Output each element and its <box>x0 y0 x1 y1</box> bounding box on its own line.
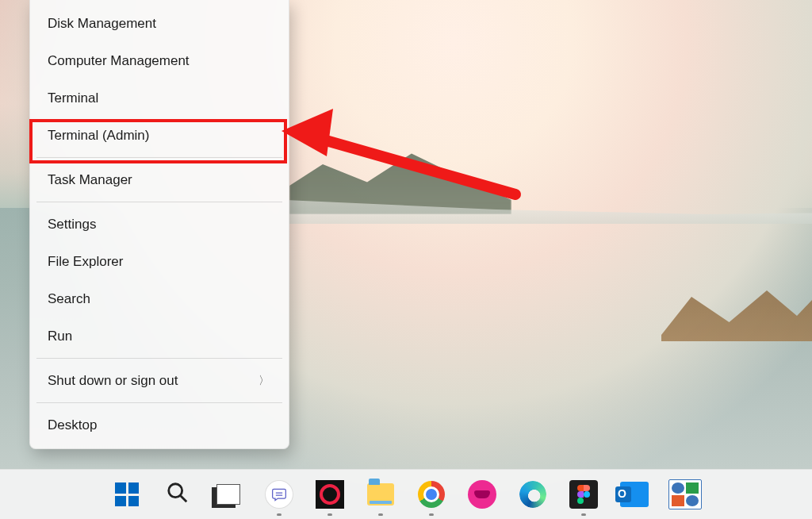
outlook-app[interactable] <box>618 478 651 511</box>
control-panel-app[interactable] <box>668 478 702 511</box>
menu-item-disk-management[interactable]: Disk Management <box>30 5 289 42</box>
chevron-right-icon: 〉 <box>259 374 270 388</box>
taskbar <box>0 469 812 519</box>
menu-item-label: Computer Management <box>48 53 190 69</box>
menu-item-label: Task Manager <box>48 172 132 188</box>
media-app[interactable] <box>465 478 499 511</box>
screen-recorder-icon <box>316 480 344 509</box>
running-indicator <box>277 513 282 516</box>
chat-app[interactable] <box>262 478 296 511</box>
running-indicator <box>429 513 434 516</box>
figma-app[interactable] <box>567 478 600 511</box>
menu-item-label: Search <box>48 291 90 307</box>
file-explorer-app[interactable] <box>364 478 397 511</box>
menu-item-terminal[interactable]: Terminal <box>30 79 289 117</box>
wallpaper-grass <box>661 278 812 341</box>
search-button[interactable] <box>161 478 194 511</box>
edge-app[interactable] <box>516 478 550 511</box>
menu-item-shut-down-or-sign-out[interactable]: Shut down or sign out〉 <box>30 362 289 399</box>
menu-item-label: Disk Management <box>48 16 156 32</box>
menu-item-label: Desktop <box>48 417 97 433</box>
menu-item-run[interactable]: Run <box>30 317 289 355</box>
menu-item-label: Settings <box>48 217 96 233</box>
menu-separator <box>36 157 282 158</box>
file-explorer-icon <box>367 483 394 506</box>
menu-item-task-manager[interactable]: Task Manager <box>30 161 289 198</box>
start-button[interactable] <box>110 478 144 511</box>
figma-icon <box>569 480 598 509</box>
menu-item-file-explorer[interactable]: File Explorer <box>30 243 289 280</box>
running-indicator <box>581 513 586 516</box>
running-indicator <box>378 513 383 516</box>
menu-item-label: Terminal <box>48 90 98 106</box>
menu-item-desktop[interactable]: Desktop <box>30 406 289 444</box>
task-view-icon <box>216 484 240 505</box>
svg-point-2 <box>169 484 182 498</box>
menu-item-terminal-admin[interactable]: Terminal (Admin) <box>30 117 289 154</box>
task-view-button[interactable] <box>212 478 245 511</box>
edge-icon <box>519 481 546 508</box>
menu-item-label: Shut down or sign out <box>48 373 178 389</box>
winx-context-menu: Disk ManagementComputer ManagementTermin… <box>29 0 289 449</box>
media-icon <box>468 480 496 509</box>
start-icon <box>115 482 139 506</box>
menu-item-label: Run <box>48 329 72 344</box>
search-icon <box>166 481 190 508</box>
screen-recorder-app[interactable] <box>313 478 347 511</box>
menu-item-search[interactable]: Search <box>30 280 289 317</box>
chrome-app[interactable] <box>415 478 448 511</box>
chrome-icon <box>418 481 445 508</box>
menu-item-label: File Explorer <box>48 254 123 270</box>
wallpaper-shore <box>285 200 812 224</box>
menu-item-computer-management[interactable]: Computer Management <box>30 42 289 79</box>
menu-item-settings[interactable]: Settings <box>30 206 289 243</box>
outlook-icon <box>620 482 649 507</box>
control-panel-icon <box>668 479 702 509</box>
menu-separator <box>36 402 282 403</box>
running-indicator <box>327 513 332 516</box>
svg-line-3 <box>181 496 187 502</box>
menu-separator <box>36 202 282 202</box>
menu-item-label: Terminal (Admin) <box>48 128 149 144</box>
menu-separator <box>36 358 282 359</box>
chat-icon <box>266 481 293 508</box>
